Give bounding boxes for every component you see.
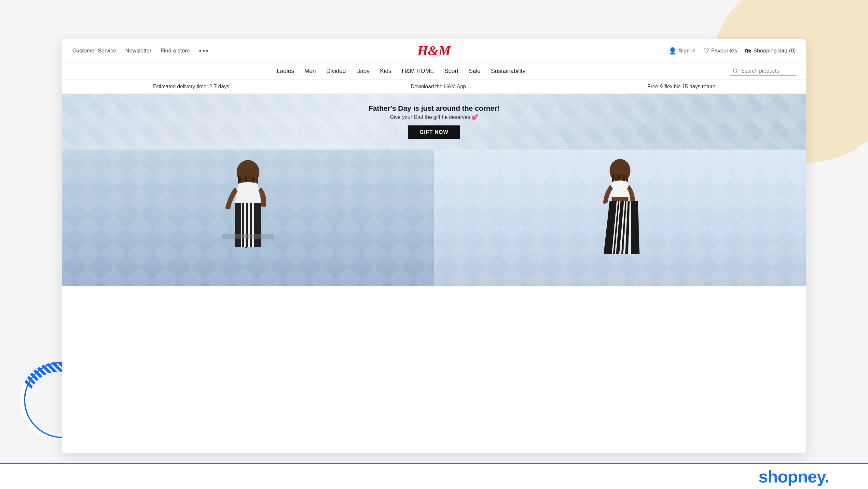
more-options-dots[interactable]: ••• [199, 47, 209, 55]
promo-title: Father's Day is just around the corner! [368, 104, 500, 113]
fashion-panel-left [62, 149, 434, 286]
newsletter-link[interactable]: Newsletter [125, 48, 151, 54]
nav-divided[interactable]: Divided [326, 68, 346, 75]
find-store-link[interactable]: Find a store [160, 48, 190, 54]
delivery-info: Estimated delivery time: 2-7 days [153, 84, 229, 90]
nav-hm-home[interactable]: H&M HOME [402, 68, 434, 75]
model-right [575, 149, 665, 286]
browser-window: Customer Service Newsletter Find a store… [62, 39, 806, 453]
person-icon: 👤 [669, 47, 677, 55]
bag-icon: 🛍 [745, 47, 751, 55]
svg-rect-24 [222, 234, 274, 239]
svg-rect-32 [613, 197, 627, 201]
search-input[interactable] [741, 68, 793, 74]
shopping-bag-button[interactable]: 🛍 Shopping bag (0) [745, 47, 796, 55]
fashion-panels [62, 149, 806, 286]
customer-service-link[interactable]: Customer Service [72, 48, 116, 54]
promo-pattern [62, 94, 806, 149]
shopney-logo: shopney. [758, 467, 829, 486]
nav-sport[interactable]: Sport [444, 68, 459, 75]
app-info: Download the H&M App [411, 84, 466, 90]
gift-now-button[interactable]: GIFT NOW [408, 125, 460, 139]
bottom-bar: shopney. [0, 463, 868, 489]
model-left [193, 149, 303, 286]
nav-men[interactable]: Men [304, 68, 316, 75]
shopping-bag-label: Shopping bag (0) [753, 48, 796, 54]
search-box[interactable] [730, 67, 796, 76]
info-banner: Estimated delivery time: 2-7 days Downlo… [62, 80, 806, 94]
hm-logo: H&M [417, 43, 451, 58]
returns-info: Free & flexible 15 days return [647, 84, 715, 90]
utility-bar: Customer Service Newsletter Find a store… [62, 39, 806, 63]
promo-subtitle: Give your Dad the gift he deserves 💕 [390, 114, 478, 120]
svg-line-16 [737, 72, 738, 74]
heart-icon: ♡ [703, 47, 709, 55]
nav-ladies[interactable]: Ladies [277, 68, 294, 75]
header-actions: 👤 Sign in ♡ Favourites 🛍 Shopping bag (0… [451, 47, 796, 55]
sign-in-button[interactable]: 👤 Sign in [669, 47, 695, 55]
sign-in-label: Sign in [679, 48, 695, 54]
main-nav: Ladies Men Divided Baby Kids H&M HOME Sp… [62, 63, 806, 80]
promo-banner: Father's Day is just around the corner! … [62, 94, 806, 149]
nav-links: Ladies Men Divided Baby Kids H&M HOME Sp… [72, 68, 730, 75]
fashion-panel-right [434, 149, 806, 286]
search-icon [733, 68, 739, 74]
utility-links: Customer Service Newsletter Find a store… [72, 47, 417, 55]
nav-baby[interactable]: Baby [356, 68, 369, 75]
favourites-button[interactable]: ♡ Favourites [703, 47, 737, 55]
favourites-label: Favourites [711, 48, 737, 54]
nav-sale[interactable]: Sale [469, 68, 481, 75]
nav-kids[interactable]: Kids [380, 68, 391, 75]
nav-sustainability[interactable]: Sustainability [491, 68, 526, 75]
hm-logo-container: H&M [417, 43, 451, 59]
